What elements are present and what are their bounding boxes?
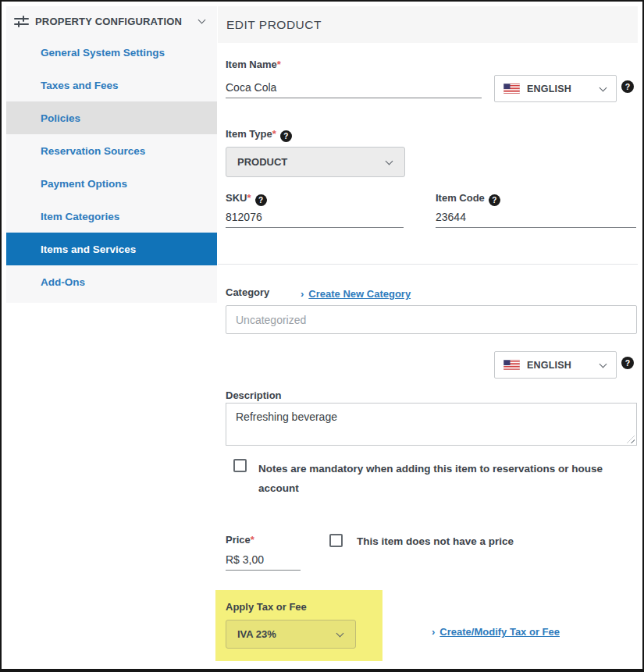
chevron-down-icon [600,84,607,91]
price-label: Price* [226,534,254,546]
help-icon[interactable]: ? [621,80,634,93]
description-textarea[interactable]: Refreshing beverage [226,403,637,446]
required-marker: * [272,128,276,140]
chevron-down-icon [198,16,206,24]
language-value: ENGLISH [527,84,571,94]
sku-label: SKU*? [226,192,267,206]
item-code-input[interactable]: 23644 [436,206,636,228]
sidebar-header[interactable]: PROPERTY CONFIGURATION [6,6,217,36]
notes-mandatory-checkbox[interactable] [233,459,247,472]
item-name-input[interactable]: Coca Cola [226,75,482,98]
item-code-value: 23644 [436,211,466,223]
sidebar-item-items-and-services[interactable]: Items and Services [6,233,217,265]
no-price-checkbox[interactable] [329,534,343,547]
sidebar-item-add-ons[interactable]: Add-Ons [6,265,217,298]
sidebar-item-label: Item Categories [41,211,119,222]
language-select[interactable]: ENGLISH [494,75,617,102]
sidebar-item-label: Reservation Sources [41,145,145,157]
create-new-category-link[interactable]: Create New Category [308,288,411,300]
notes-mandatory-row: Notes are mandatory when adding this ite… [233,459,635,498]
chevron-down-icon [600,360,607,368]
price-input[interactable]: R$ 3,00 [226,549,301,571]
apply-tax-select[interactable]: IVA 23% [226,620,356,649]
sidebar-item-label: General System Settings [41,47,165,59]
sidebar-item-general-system-settings[interactable]: General System Settings [6,36,217,69]
sidebar-item-policies[interactable]: Policies [6,101,217,134]
help-icon[interactable]: ? [255,194,267,206]
page-title: EDIT PRODUCT [226,18,322,32]
sidebar-item-label: Policies [41,112,80,124]
language-select[interactable]: ENGLISH [494,351,617,379]
sku-value: 812076 [226,211,262,223]
chevron-down-icon [336,629,344,637]
category-input[interactable]: Uncategorized [226,305,637,334]
sku-input[interactable]: 812076 [226,206,404,228]
item-code-label: Item Code? [436,192,500,206]
help-icon[interactable]: ? [489,194,500,206]
help-icon[interactable]: ? [280,130,292,142]
item-type-value: PRODUCT [237,156,287,168]
sliders-icon [14,16,29,27]
no-price-label: This item does not have a price [357,534,514,549]
resize-handle-icon[interactable] [627,436,635,443]
help-icon[interactable]: ? [621,357,634,369]
create-modify-tax: ›Create/Modify Tax or Fee [432,624,560,638]
no-price-row: This item does not have a price [329,534,514,549]
category-value: Uncategorized [236,314,306,326]
category-label: Category [226,286,269,298]
link-chevron: › [301,288,304,300]
us-flag-icon [503,360,520,370]
page-header: EDIT PRODUCT [218,6,638,43]
sidebar-item-taxes-and-fees[interactable]: Taxes and Fees [6,69,217,101]
sidebar-item-label: Add-Ons [41,276,85,288]
item-name-label: Item Name* [226,59,281,70]
notes-mandatory-label: Notes are mandatory when adding this ite… [258,459,635,498]
apply-tax-label: Apply Tax or Fee [226,601,307,613]
create-modify-tax-link[interactable]: Create/Modify Tax or Fee [439,626,560,638]
chevron-down-icon [386,157,393,165]
required-marker: * [247,192,251,204]
item-name-value: Coca Cola [226,81,276,94]
sidebar-title: PROPERTY CONFIGURATION [35,16,182,27]
item-type-select[interactable]: PRODUCT [226,147,405,177]
description-value: Refreshing beverage [236,411,337,423]
required-marker: * [251,534,254,546]
create-new-category: ›Create New Category [301,286,411,300]
section-divider [218,264,638,265]
description-label: Description [226,389,282,401]
sidebar-item-item-categories[interactable]: Item Categories [6,200,217,233]
apply-tax-value: IVA 23% [237,628,276,640]
sidebar: PROPERTY CONFIGURATION General System Se… [6,6,217,303]
sidebar-item-label: Payment Options [41,178,127,190]
sidebar-item-label: Items and Services [41,244,136,255]
sidebar-item-label: Taxes and Fees [41,80,119,91]
item-type-label: Item Type*? [226,128,292,142]
required-marker: * [277,59,281,70]
us-flag-icon [503,84,520,94]
app-window: PROPERTY CONFIGURATION General System Se… [0,0,644,672]
link-chevron: › [432,626,435,638]
sidebar-item-payment-options[interactable]: Payment Options [6,167,217,200]
language-value: ENGLISH [527,360,571,371]
sidebar-item-reservation-sources[interactable]: Reservation Sources [6,134,217,167]
price-value: R$ 3,00 [226,553,264,566]
